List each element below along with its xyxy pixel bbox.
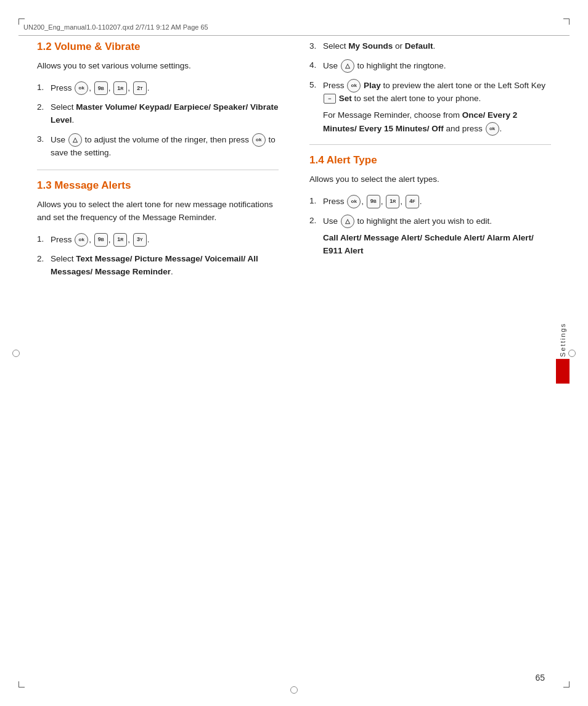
list-item-1-2-1: 1. Press ok, 9B, 1R, 2T.	[37, 81, 279, 95]
section-alert-type: 1.4 Alert Type Allows you to select the …	[309, 154, 551, 258]
header-text: UN200_Eng_manual1.0-110207.qxd 2/7/11 9:…	[23, 23, 208, 31]
key-ok-2: ok	[252, 133, 266, 147]
key-3y-1: 3Y	[133, 233, 147, 247]
key-2t-1: 2T	[133, 81, 147, 95]
page-header: UN200_Eng_manual1.0-110207.qxd 2/7/11 9:…	[18, 18, 570, 36]
section-1-3-title: 1.3 Message Alerts	[37, 179, 279, 192]
section-1-2-title: 1.2 Volume & Vibrate	[37, 40, 279, 54]
key-9b-2: 9B	[94, 233, 108, 247]
settings-bar-red	[556, 359, 570, 384]
list-item-1-2-2: 2. Select Master Volume/ Keypad/ Earpiec…	[37, 101, 279, 127]
key-ok-1: ok	[75, 81, 88, 95]
key-ok-4: ok	[347, 79, 361, 92]
page-number: 65	[535, 673, 545, 683]
settings-label: Settings	[559, 322, 566, 357]
alert-types-list: Call Alert/ Message Alert/ Schedule Aler…	[323, 232, 551, 258]
key-nav-1: △	[68, 133, 82, 147]
section-1-3-intro: Allows you to select the alert tone for …	[37, 199, 279, 224]
key-nav-2: △	[341, 59, 354, 73]
list-item-r-4: 4. Use △ to highlight the ringtone.	[309, 59, 551, 73]
right-column: 3. Select My Sounds or Default. 4. Use △…	[303, 40, 551, 663]
main-content: 1.2 Volume & Vibrate Allows you to set v…	[37, 40, 551, 663]
settings-tab: Settings	[556, 322, 570, 384]
list-item-1-4-2: 2. Use △ to highlight the alert you wish…	[309, 215, 551, 258]
section-message-alerts: 1.3 Message Alerts Allows you to select …	[37, 179, 279, 279]
section-divider-1	[37, 170, 279, 170]
reg-bottom	[290, 686, 298, 694]
section-1-4-title: 1.4 Alert Type	[309, 154, 551, 167]
section-volume-vibrate: 1.2 Volume & Vibrate Allows you to set v…	[37, 40, 279, 160]
corner-br	[563, 681, 570, 688]
key-nav-3: △	[341, 215, 354, 228]
list-item-1-2-3: 3. Use △ to adjust the volume of the rin…	[37, 133, 279, 160]
key-1r-1: 1R	[113, 81, 127, 95]
key-ok-5: ok	[486, 122, 499, 136]
section-divider-2	[309, 144, 551, 145]
reg-left	[12, 350, 20, 357]
section-1-2-intro: Allows you to set various volume setting…	[37, 60, 279, 73]
key-ok-3: ok	[75, 233, 88, 247]
list-item-1-3-2: 2. Select Text Message/ Picture Message/…	[37, 253, 279, 279]
key-9b-1: 9B	[94, 81, 108, 95]
key-ok-6: ok	[347, 195, 361, 208]
reminder-para: For Message Reminder, choose from Once/ …	[323, 109, 551, 136]
key-1r-2: 1R	[113, 233, 127, 247]
key-4f-1: 4F	[406, 195, 419, 208]
list-item-r-3: 3. Select My Sounds or Default.	[309, 40, 551, 53]
list-item-1-4-1: 1. Press ok, 9B, 1R, 4F.	[309, 195, 551, 208]
key-soft-set: −	[324, 94, 336, 104]
corner-bl	[18, 681, 25, 688]
key-1r-3: 1R	[386, 195, 399, 208]
left-column: 1.2 Volume & Vibrate Allows you to set v…	[37, 40, 285, 663]
list-item-1-3-1: 1. Press ok, 9B, 1R, 3Y.	[37, 233, 279, 247]
key-9b-3: 9B	[367, 195, 380, 208]
section-1-4-intro: Allows you to select the alert types.	[309, 173, 551, 186]
list-item-r-5: 5. Press ok Play to preview the alert to…	[309, 79, 551, 136]
